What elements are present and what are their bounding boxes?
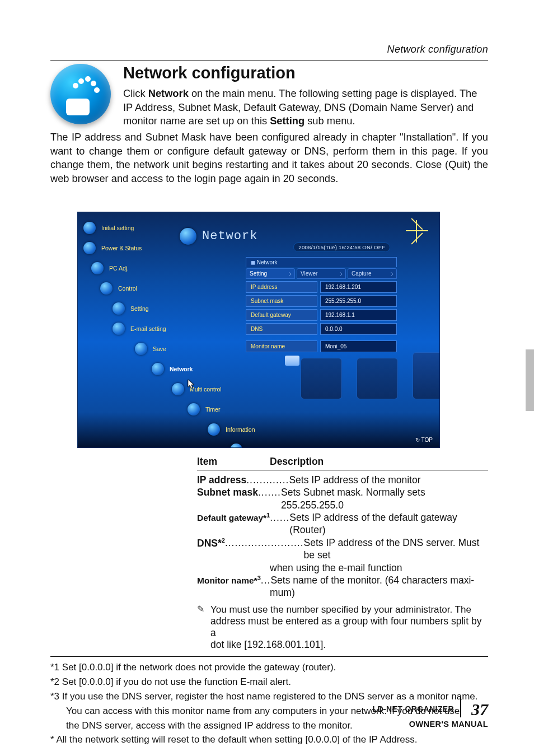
desc-row: DNS*2........................Sets IP add… — [197, 536, 488, 562]
row-dns: DNS0.0.0.0 — [246, 323, 397, 335]
row-value[interactable]: 0.0.0.0 — [320, 323, 397, 335]
tab-setting[interactable]: Setting — [246, 268, 295, 279]
desc-row-value: Sets IP address of the default gateway (… — [289, 511, 488, 536]
note-icon: ✎ — [197, 604, 206, 616]
col-item-header: Item — [197, 456, 270, 468]
sidebar-item-label: Setting — [130, 305, 149, 312]
row-label: IP address — [246, 281, 317, 293]
col-desc-header: Description — [270, 456, 324, 468]
sidebar-item-label: Control — [118, 285, 137, 292]
row-value[interactable]: 192.168.1.201 — [320, 281, 397, 293]
sidebar-item-label: Timer — [205, 406, 220, 413]
body-paragraph: The IP address and Subnet Mask have been… — [50, 130, 488, 186]
menu-icon — [135, 343, 147, 355]
bold-setting: Setting — [270, 115, 305, 127]
thumbnail[interactable] — [301, 358, 342, 399]
menu-icon — [91, 262, 104, 274]
divider — [197, 470, 488, 470]
sidebar-item-label: Information — [226, 426, 255, 433]
row-label: DNS — [246, 323, 317, 335]
screenshot-figure: Network 2008/1/15(Tue) 16:24:58 ON/ OFF … — [77, 212, 440, 448]
sidebar-item-label: Power & Status — [101, 245, 142, 251]
intro-paragraph: Click Network on the main menu. The foll… — [123, 87, 488, 128]
text: sub menu. — [305, 115, 355, 127]
tabs: Setting Viewer Capture — [246, 268, 397, 279]
bold-network: Network — [148, 87, 189, 99]
page-title: Network configuration — [123, 64, 488, 82]
menu-icon — [83, 242, 96, 254]
menu-icon — [100, 282, 113, 295]
sidebar-item-power-status[interactable]: Power & Status — [83, 238, 284, 258]
top-link[interactable]: ↻ TOP — [415, 437, 433, 443]
row-ip-address: IP address192.168.1.201 — [246, 281, 397, 293]
row-label: Default gateway — [246, 309, 317, 321]
footer-divider — [460, 697, 461, 717]
leader-dots: ... — [261, 574, 271, 586]
tab-viewer[interactable]: Viewer — [297, 268, 346, 279]
desc-row-key: Subnet mask — [197, 487, 258, 498]
leader-dots: ........................ — [225, 536, 304, 549]
menu-icon — [230, 444, 242, 448]
sidebar-item-initial-setting[interactable]: Initial setting — [83, 218, 284, 238]
desc-row-cont: mum) — [197, 586, 488, 599]
footer-manual: OWNER'S MANUAL — [409, 720, 488, 729]
top-link-label: TOP — [421, 437, 433, 443]
desc-row-key: Monitor name* — [197, 576, 257, 585]
menu-icon — [152, 363, 164, 375]
desc-row-value: Sets name of the monitor. (64 characters… — [270, 574, 474, 586]
running-header: Network configuration — [50, 44, 488, 55]
desc-row: Default gateway*1......Sets IP address o… — [197, 511, 488, 536]
note-text: You must use the number specified by you… — [210, 604, 471, 616]
leader-dots: ....... — [258, 486, 281, 498]
desc-row: Monitor name*3...Sets name of the monito… — [197, 574, 488, 586]
settings-panel: ◼ Network Setting Viewer Capture IP addr… — [246, 257, 397, 352]
desc-row-key: IP address — [197, 474, 246, 486]
menu-icon — [83, 222, 96, 234]
desc-row-key: DNS* — [197, 538, 222, 549]
footnote: *1 Set [0.0.0.0] if the network does not… — [50, 661, 488, 674]
menu-icon — [208, 423, 220, 436]
network-feature-icon — [50, 64, 111, 124]
menu-icon — [113, 302, 125, 315]
footnote: *2 Set [0.0.0.0] if you do not use the f… — [50, 676, 488, 689]
cursor-icon — [188, 379, 195, 389]
sidebar-item-label: Initial setting — [101, 225, 134, 231]
thumbnail[interactable] — [357, 358, 398, 399]
footnote-rule — [50, 656, 488, 657]
sidebar-item-label: E-mail setting — [130, 325, 166, 332]
row-value[interactable]: 192.168.1.1 — [320, 309, 397, 321]
sidebar-item-information[interactable]: Information — [208, 419, 284, 440]
leader-dots: ............. — [246, 474, 289, 486]
page-footer: LD-NET ORGANIZER 37 OWNER'S MANUAL — [372, 697, 488, 729]
tab-capture[interactable]: Capture — [348, 268, 397, 279]
desc-row-value: Sets IP address of the DNS server. Must … — [304, 536, 488, 562]
desc-row: Subnet mask.......Sets Subnet mask. Norm… — [197, 486, 488, 511]
menu-icon — [172, 383, 184, 395]
menu-icon — [188, 403, 200, 416]
sidebar-item-label: Save — [153, 346, 166, 352]
sidebar-item-label: SNMP setting — [248, 446, 284, 448]
row-value[interactable]: 255.255.255.0 — [320, 295, 397, 307]
row-monitor-name: Monitor nameMoni_05 — [246, 340, 397, 352]
panel-header: ◼ Network — [246, 257, 397, 267]
row-label: Monitor name — [246, 340, 317, 352]
note-text: dot like [192.168.001.101]. — [197, 639, 488, 651]
row-subnet-mask: Subnet mask255.255.255.0 — [246, 295, 397, 307]
thumbnail-row — [246, 352, 440, 399]
note: ✎ You must use the number specified by y… — [197, 604, 488, 616]
row-label: Subnet mask — [246, 295, 317, 307]
sidebar-item-timer[interactable]: Timer — [188, 399, 284, 419]
desc-row-value: Sets Subnet mask. Normally sets 255.255.… — [281, 486, 488, 511]
footnote: * All the network setting will reset to … — [50, 734, 488, 746]
row-value[interactable]: Moni_05 — [320, 340, 397, 352]
desc-row-value: Sets IP address of the monitor — [289, 474, 420, 486]
status-bar: 2008/1/15(Tue) 16:24:58 ON/ OFF — [293, 242, 390, 252]
menu-icon — [113, 323, 125, 335]
sidebar-item-snmp-setting[interactable]: SNMP setting — [230, 440, 284, 448]
panel-header-label: Network — [257, 259, 278, 265]
desc-row-key: Default gateway* — [197, 513, 266, 522]
thumbnail-active[interactable] — [413, 352, 440, 399]
footer-product: LD-NET ORGANIZER — [372, 704, 454, 713]
note-text: address must be entered as a group with … — [197, 615, 488, 639]
leader-dots: ...... — [270, 511, 289, 524]
